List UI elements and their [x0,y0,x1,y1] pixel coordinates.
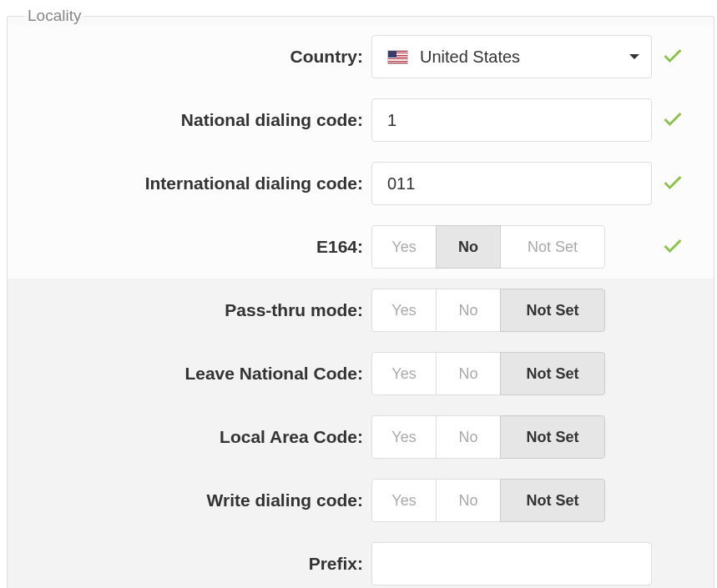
e164-button-group: Yes No Not Set [371,225,605,269]
leave-national-yes-button[interactable]: Yes [371,352,437,395]
national-dialing-label: National dialing code: [8,110,371,130]
local-area-label: Local Area Code: [8,427,371,447]
pass-thru-button-group: Yes No Not Set [371,289,605,332]
e164-label: E164: [8,237,371,257]
local-area-no-button[interactable]: No [436,415,501,459]
intl-dialing-label: International dialing code: [8,173,371,193]
write-dialing-notset-button[interactable]: Not Set [500,479,605,522]
e164-notset-button[interactable]: Not Set [500,225,605,269]
national-dialing-row: National dialing code: [8,88,714,152]
pass-thru-no-button[interactable]: No [436,289,501,332]
locality-legend: Locality [24,7,84,25]
local-area-button-group: Yes No Not Set [371,415,605,459]
prefix-row: Prefix: [8,532,714,588]
prefix-label: Prefix: [8,554,371,574]
leave-national-row: Leave National Code: Yes No Not Set [8,342,714,405]
intl-dialing-input[interactable] [371,162,652,205]
check-icon [661,107,684,133]
leave-national-button-group: Yes No Not Set [371,352,605,395]
local-area-row: Local Area Code: Yes No Not Set [8,405,714,469]
country-row: Country: United States [8,25,714,88]
national-dialing-input[interactable] [371,98,652,142]
pass-thru-row: Pass-thru mode: Yes No Not Set [8,279,714,342]
leave-national-label: Leave National Code: [8,364,371,384]
locality-fieldset: Locality Country: United States National… [7,7,714,588]
e164-yes-button[interactable]: Yes [371,225,437,269]
local-area-notset-button[interactable]: Not Set [500,415,605,459]
prefix-input[interactable] [371,542,652,585]
write-dialing-button-group: Yes No Not Set [371,479,605,522]
country-label: Country: [8,47,371,67]
pass-thru-notset-button[interactable]: Not Set [500,289,605,332]
intl-dialing-row: International dialing code: [8,152,714,215]
write-dialing-no-button[interactable]: No [436,479,501,522]
check-icon [661,43,684,70]
pass-thru-yes-button[interactable]: Yes [371,289,437,332]
country-value: United States [420,48,629,67]
leave-national-notset-button[interactable]: Not Set [500,352,605,395]
check-icon [661,234,684,260]
caret-down-icon [629,54,639,59]
e164-row: E164: Yes No Not Set [8,215,714,279]
write-dialing-yes-button[interactable]: Yes [371,479,437,522]
country-select[interactable]: United States [371,35,652,78]
leave-national-no-button[interactable]: No [436,352,501,395]
us-flag-icon [387,50,408,64]
check-icon [661,170,684,197]
pass-thru-label: Pass-thru mode: [8,300,371,320]
local-area-yes-button[interactable]: Yes [371,415,437,459]
write-dialing-row: Write dialing code: Yes No Not Set [8,469,714,532]
write-dialing-label: Write dialing code: [8,490,371,510]
e164-no-button[interactable]: No [436,225,501,269]
